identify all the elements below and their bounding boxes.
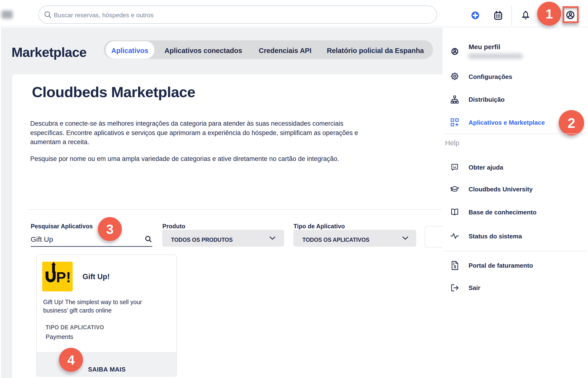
svg-text:P!: P! bbox=[56, 269, 71, 285]
svg-text:$: $ bbox=[454, 265, 456, 269]
